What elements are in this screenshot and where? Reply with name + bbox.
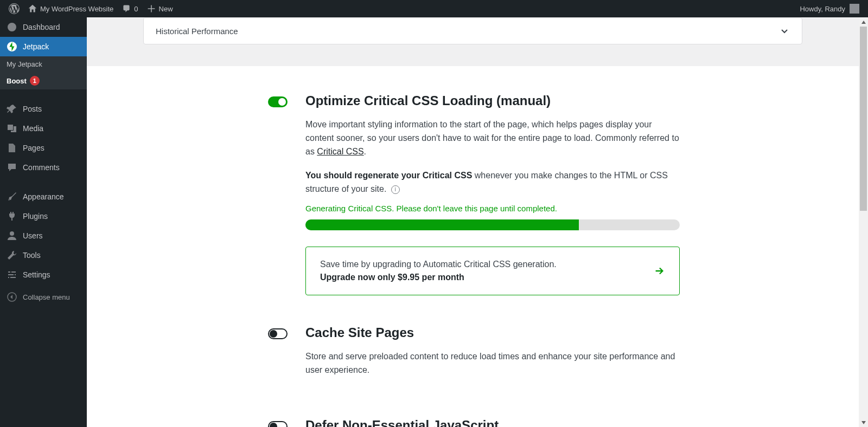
- comments-label: Comments: [23, 163, 60, 172]
- pin-icon: [7, 103, 17, 114]
- defer-title: Defer Non-Essential JavaScript: [305, 418, 680, 427]
- sidebar-item-users[interactable]: Users: [0, 226, 87, 245]
- historical-performance-accordion[interactable]: Historical Performance: [143, 17, 802, 44]
- user-icon: [7, 230, 17, 241]
- plus-icon: [147, 4, 156, 13]
- cache-desc: Store and serve preloaded content to red…: [305, 350, 680, 377]
- new-button[interactable]: New: [143, 0, 177, 17]
- boost-badge: 1: [30, 76, 40, 86]
- sliders-icon: [7, 269, 17, 280]
- collapse-icon: [7, 292, 17, 302]
- progress-fill: [305, 219, 579, 230]
- toggle-defer[interactable]: [268, 421, 288, 427]
- sidebar-item-posts[interactable]: Posts: [0, 99, 87, 119]
- dashboard-label: Dashboard: [23, 23, 60, 31]
- boost-label: Boost: [7, 77, 27, 85]
- media-icon: [7, 123, 17, 134]
- toggle-cache[interactable]: [268, 328, 288, 339]
- admin-sidebar: Dashboard Jetpack My Jetpack Boost 1 Pos…: [0, 17, 87, 427]
- sidebar-item-appearance[interactable]: Appearance: [0, 187, 87, 206]
- pages-icon: [7, 143, 17, 153]
- plugins-label: Plugins: [23, 212, 48, 221]
- admin-bar: My WordPress Website 0 New Howdy, Randy: [0, 0, 868, 17]
- site-home-button[interactable]: My WordPress Website: [24, 0, 118, 17]
- comments-count: 0: [134, 5, 138, 13]
- sidebar-item-plugins[interactable]: Plugins: [0, 206, 87, 226]
- tools-label: Tools: [23, 251, 41, 260]
- scrollbar[interactable]: [859, 17, 868, 427]
- arrow-right-icon: [653, 265, 665, 277]
- sidebar-item-settings[interactable]: Settings: [0, 265, 87, 284]
- sidebar-item-jetpack[interactable]: Jetpack: [0, 37, 87, 56]
- regen-note: You should regenerate your Critical CSS …: [305, 169, 680, 196]
- critical-css-link[interactable]: Critical CSS: [317, 147, 363, 156]
- scroll-up-icon[interactable]: [859, 17, 868, 27]
- wp-logo-button[interactable]: [4, 0, 24, 17]
- brush-icon: [7, 191, 17, 202]
- posts-label: Posts: [23, 105, 42, 113]
- progress-bar: [305, 219, 680, 230]
- comment-icon: [122, 4, 131, 13]
- svg-point-2: [10, 231, 14, 236]
- avatar: [850, 4, 859, 14]
- critical-css-title: Optimize Critical CSS Loading (manual): [305, 93, 680, 108]
- comments-icon: [7, 162, 17, 173]
- feature-defer: Defer Non-Essential JavaScript: [143, 418, 802, 427]
- dashboard-icon: [7, 22, 17, 33]
- sidebar-subitem-myjetpack[interactable]: My Jetpack: [0, 56, 87, 72]
- info-icon[interactable]: i: [391, 185, 400, 194]
- sidebar-subitem-boost[interactable]: Boost 1: [0, 72, 87, 89]
- sidebar-item-media[interactable]: Media: [0, 119, 87, 138]
- comments-button[interactable]: 0: [118, 0, 142, 17]
- plug-icon: [7, 211, 17, 222]
- admin-bar-account[interactable]: Howdy, Randy: [800, 4, 864, 14]
- sidebar-item-comments[interactable]: Comments: [0, 158, 87, 177]
- wordpress-icon: [9, 3, 20, 14]
- chevron-down-icon: [779, 25, 790, 36]
- sidebar-item-dashboard[interactable]: Dashboard: [0, 17, 87, 37]
- wrench-icon: [7, 250, 17, 261]
- media-label: Media: [23, 124, 43, 133]
- users-label: Users: [23, 231, 43, 240]
- new-label: New: [159, 5, 173, 13]
- sidebar-collapse[interactable]: Collapse menu: [0, 287, 87, 307]
- pages-label: Pages: [23, 144, 44, 152]
- home-icon: [28, 4, 37, 13]
- sidebar-item-pages[interactable]: Pages: [0, 138, 87, 158]
- feature-cache: Cache Site Pages Store and serve preload…: [143, 325, 802, 388]
- feature-critical-css: Optimize Critical CSS Loading (manual) M…: [143, 93, 802, 295]
- toggle-critical-css[interactable]: [268, 96, 288, 107]
- critical-css-desc: Move important styling information to th…: [305, 118, 680, 158]
- settings-label: Settings: [23, 270, 50, 279]
- scroll-down-icon[interactable]: [859, 418, 868, 427]
- greeting-text: Howdy, Randy: [800, 5, 845, 13]
- scrollbar-thumb[interactable]: [860, 27, 867, 211]
- jetpack-label: Jetpack: [23, 42, 49, 51]
- site-name: My WordPress Website: [40, 5, 113, 13]
- collapse-label: Collapse menu: [23, 293, 70, 301]
- upsell-text: Save time by upgrading to Automatic Crit…: [320, 258, 557, 284]
- admin-bar-left: My WordPress Website 0 New: [4, 0, 177, 17]
- sidebar-item-tools[interactable]: Tools: [0, 245, 87, 265]
- appearance-label: Appearance: [23, 192, 64, 201]
- generating-status: Generating Critical CSS. Please don't le…: [305, 204, 680, 213]
- cache-title: Cache Site Pages: [305, 325, 680, 340]
- main-content: Historical Performance Optimize Critical…: [87, 17, 868, 427]
- jetpack-icon: [7, 41, 17, 52]
- myjetpack-label: My Jetpack: [7, 60, 42, 68]
- upsell-card[interactable]: Save time by upgrading to Automatic Crit…: [305, 247, 680, 295]
- accordion-title: Historical Performance: [156, 27, 238, 36]
